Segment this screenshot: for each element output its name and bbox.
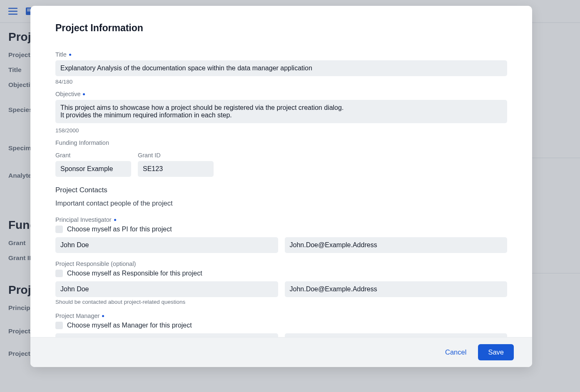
grant-id-field-label: Grant ID — [138, 152, 214, 159]
project-contacts-heading: Project Contacts — [55, 186, 507, 194]
project-information-dialog: Project Information Title 84/180 Objecti… — [30, 6, 532, 367]
title-field-label: Title — [55, 51, 507, 58]
pr-self-checkbox-label: Choose myself as Responsible for this pr… — [67, 270, 202, 277]
title-input[interactable] — [55, 60, 507, 76]
funding-info-heading: Funding Information — [55, 139, 507, 146]
modal-overlay: Project Information Title 84/180 Objecti… — [0, 0, 580, 392]
save-button[interactable]: Save — [478, 344, 514, 360]
required-indicator-icon — [114, 219, 116, 221]
objective-field-label: Objective — [55, 91, 507, 97]
pr-field-label: Project Responsible (optional) — [55, 261, 507, 267]
pi-self-checkbox[interactable] — [55, 226, 63, 233]
objective-counter: 158/2000 — [55, 127, 507, 134]
pm-name-input[interactable] — [55, 333, 278, 337]
required-indicator-icon — [102, 315, 104, 317]
pr-help-text: Should be contacted about project-relate… — [55, 299, 507, 305]
modal-title: Project Information — [55, 22, 507, 34]
pi-self-checkbox-label: Choose myself as PI for this project — [67, 226, 172, 233]
pr-name-input[interactable] — [55, 281, 278, 297]
pm-self-checkbox[interactable] — [55, 322, 63, 329]
objective-textarea[interactable] — [55, 100, 507, 123]
pi-name-input[interactable] — [55, 237, 278, 253]
pm-self-checkbox-label: Choose myself as Manager for this projec… — [67, 322, 192, 329]
pi-email-input[interactable] — [285, 237, 508, 253]
modal-body[interactable]: Project Information Title 84/180 Objecti… — [30, 6, 532, 337]
pm-field-label: Project Manager — [55, 313, 507, 319]
pr-self-checkbox[interactable] — [55, 270, 63, 277]
grant-input[interactable] — [55, 161, 131, 177]
pm-email-input[interactable] — [285, 333, 508, 337]
pr-email-input[interactable] — [285, 281, 508, 297]
pi-field-label: Principal Investigator — [55, 216, 507, 223]
cancel-button[interactable]: Cancel — [439, 344, 472, 360]
grant-id-input[interactable] — [138, 161, 214, 177]
modal-footer: Cancel Save — [30, 337, 532, 367]
grant-field-label: Grant — [55, 152, 131, 159]
title-counter: 84/180 — [55, 79, 507, 85]
required-indicator-icon — [69, 54, 71, 56]
project-contacts-subtext: Important contact people of the project — [55, 199, 507, 207]
required-indicator-icon — [83, 93, 85, 95]
